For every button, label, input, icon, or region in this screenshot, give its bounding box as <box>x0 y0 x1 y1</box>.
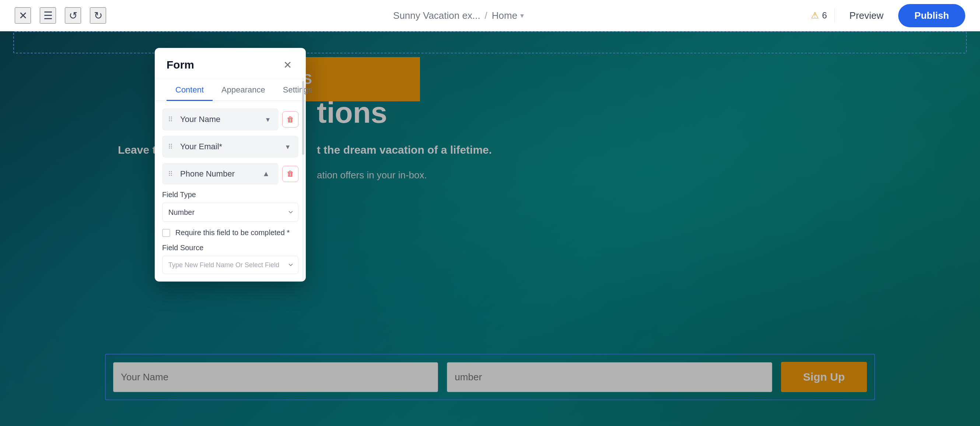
undo-button[interactable]: ↺ <box>65 7 81 24</box>
breadcrumb-separator: / <box>485 10 487 21</box>
warning-icon: ⚠ <box>811 10 819 21</box>
delete-phone-button[interactable]: 🗑 <box>282 166 298 182</box>
breadcrumb-site: Sunny Vacation ex... <box>393 10 480 21</box>
close-button[interactable]: ✕ <box>15 7 31 24</box>
drag-handle-phone[interactable]: ⠿ <box>168 170 173 178</box>
redo-button[interactable]: ↻ <box>90 7 106 24</box>
drag-handle-name[interactable]: ⠿ <box>168 115 173 123</box>
tab-content[interactable]: Content <box>167 79 213 101</box>
require-checkbox[interactable] <box>162 229 170 237</box>
field-type-label: Field Type <box>162 190 298 199</box>
field-email-row: ⠿ Your Email* ▾ <box>162 136 298 158</box>
tab-settings[interactable]: Settings <box>274 79 321 101</box>
field-phone-label: Phone Number <box>180 169 256 179</box>
field-email-label: Your Email* <box>180 142 279 152</box>
field-name-label: Your Name <box>180 115 259 124</box>
warning-badge: ⚠ 6 <box>811 10 827 21</box>
tab-appearance[interactable]: Appearance <box>213 79 274 101</box>
chevron-down-icon: ▾ <box>520 11 524 20</box>
modal-title: Form <box>167 59 194 71</box>
field-name-row: ⠿ Your Name ▾ <box>162 108 278 131</box>
toolbar: ✕ ☰ ↺ ↻ Sunny Vacation ex... / Home ▾ ⚠ … <box>0 0 980 31</box>
field-source-select[interactable]: Type New Field Name Or Select Field <box>162 256 298 274</box>
close-icon: ✕ <box>19 10 27 22</box>
undo-icon: ↺ <box>69 10 77 22</box>
require-label: Require this field to be completed * <box>175 228 290 237</box>
form-fields-list: ⠿ Your Name ▾ 🗑 ⠿ Your Email* ▾ ⠿ Phone … <box>155 108 306 185</box>
redo-icon: ↻ <box>94 10 102 22</box>
menu-icon: ☰ <box>43 10 52 22</box>
form-modal: Form ✕ Content Appearance Settings ⠿ You… <box>155 48 306 282</box>
require-checkbox-row: Require this field to be completed * <box>155 222 306 237</box>
warning-count: 6 <box>822 10 827 21</box>
toolbar-divider <box>834 8 835 23</box>
drag-handle-email[interactable]: ⠿ <box>168 143 173 151</box>
field-type-select[interactable]: Number Text Email Phone Date <box>162 203 298 222</box>
menu-button[interactable]: ☰ <box>40 7 56 24</box>
field-type-section: Field Type Number Text Email Phone Date <box>155 185 306 222</box>
field-phone-row-wrap: ⠿ Phone Number ▲ 🗑 <box>162 163 298 185</box>
modal-header: Form ✕ <box>155 48 306 79</box>
modal-scrollbar[interactable] <box>302 77 304 280</box>
chevron-phone-button[interactable]: ▲ <box>259 168 273 179</box>
field-source-label: Field Source <box>162 244 298 252</box>
preview-button[interactable]: Preview <box>842 6 891 25</box>
chevron-email-button[interactable]: ▾ <box>283 141 293 153</box>
chevron-name-button[interactable]: ▾ <box>263 113 273 125</box>
publish-button[interactable]: Publish <box>898 4 965 27</box>
field-item-phone: ⠿ Phone Number ▲ 🗑 <box>162 163 298 185</box>
delete-name-button[interactable]: 🗑 <box>282 111 298 128</box>
modal-overlay <box>0 0 980 426</box>
field-source-section: Field Source Type New Field Name Or Sele… <box>155 237 306 274</box>
field-item-name: ⠿ Your Name ▾ 🗑 <box>162 108 298 131</box>
trash-icon-phone: 🗑 <box>286 169 294 178</box>
field-item-email: ⠿ Your Email* ▾ <box>162 136 298 158</box>
modal-close-button[interactable]: ✕ <box>281 58 294 72</box>
modal-tabs: Content Appearance Settings <box>155 79 306 101</box>
trash-icon: 🗑 <box>286 115 294 124</box>
field-phone-row: ⠿ Phone Number ▲ <box>162 163 278 185</box>
breadcrumb-page[interactable]: Home ▾ <box>492 10 524 21</box>
modal-scrollbar-thumb <box>302 81 304 155</box>
